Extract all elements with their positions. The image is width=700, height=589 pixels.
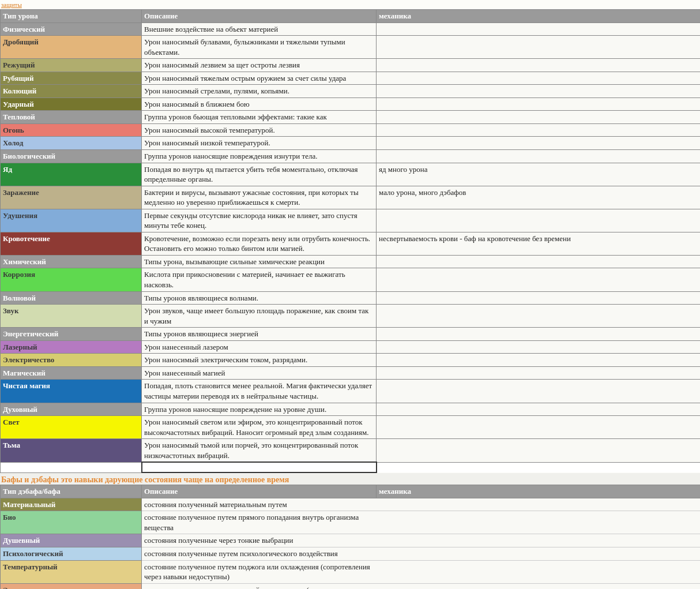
row-mech bbox=[377, 380, 701, 403]
table-row: ЗаражениеБактерии и вирусы, вызывают ужа… bbox=[1, 186, 701, 209]
top-link[interactable]: защиты bbox=[0, 0, 23, 8]
row-mech bbox=[377, 85, 701, 98]
row-mech bbox=[377, 255, 701, 268]
row-mech bbox=[377, 366, 701, 380]
row-desc: Типы урона, вызывающие сильные химически… bbox=[142, 255, 377, 268]
row-desc: Урон наносимый электрическим током, разр… bbox=[142, 354, 377, 367]
row-mech bbox=[377, 137, 701, 150]
table-row: Материальныйсостояния полученный материа… bbox=[1, 498, 701, 511]
row-mech bbox=[377, 59, 701, 72]
header2-type: Тип дэбафа/бафа bbox=[1, 485, 142, 498]
header-type: Тип урона bbox=[1, 10, 142, 23]
row-desc: Типы уронов являющиеся энергией bbox=[142, 328, 377, 341]
table-row: ХолодУрон наносимый низкой температурой. bbox=[1, 137, 701, 150]
row-mech bbox=[377, 560, 701, 583]
row-desc: Кислота при прикосновении с материей, на… bbox=[142, 268, 377, 291]
row-desc: Типы уронов являющиеся волнами. bbox=[142, 291, 377, 305]
table-row: ТепловойГруппа уронов бьющая тепловыми э… bbox=[1, 111, 701, 124]
header-mech: механика bbox=[377, 10, 701, 23]
row-label: Коррозия bbox=[1, 268, 142, 291]
damage-header-row: Тип урона Описание механика bbox=[1, 10, 701, 23]
row-desc: Урон наносимый булавами, булыжниками и т… bbox=[142, 36, 377, 59]
table-row: ФизическийВнешние воздействие на объект … bbox=[1, 22, 701, 36]
row-desc: Урон наносимый стрелами, пулями, копьями… bbox=[142, 85, 377, 98]
row-label: Холод bbox=[1, 137, 142, 150]
row-label: Физический bbox=[1, 22, 142, 36]
section2-title: Бафы и дэбафы это навыки дарующие состоя… bbox=[0, 473, 700, 485]
row-mech: мало урона, много дэбафов bbox=[377, 186, 701, 209]
row-label: Яд bbox=[1, 163, 142, 186]
row-label: Психологический bbox=[1, 547, 142, 560]
table-row: Энергосостояние полученное путем воздейс… bbox=[1, 583, 701, 589]
row-mech bbox=[377, 305, 701, 328]
row-label: Тьма bbox=[1, 439, 142, 463]
row-label: Ударный bbox=[1, 97, 142, 111]
row-desc: Группа уронов бьющая тепловыми эффектами… bbox=[142, 111, 377, 124]
row-label: Магический bbox=[1, 366, 142, 380]
row-mech bbox=[377, 22, 701, 36]
table-row: ТьмаУрон наносимый тьмой или порчей, это… bbox=[1, 439, 701, 463]
table-row: РубящийУрон наносимый тяжелым острым ору… bbox=[1, 72, 701, 85]
row-desc: Урон наносимый высокой температурой. bbox=[142, 123, 377, 137]
row-mech: несвертываемость крови - баф на кровотеч… bbox=[377, 232, 701, 255]
row-label: Биологический bbox=[1, 150, 142, 163]
row-mech bbox=[377, 72, 701, 85]
table-row: БиологическийГруппа уронов наносящие пов… bbox=[1, 150, 701, 163]
buff-table: Тип дэбафа/бафа Описание механика Матери… bbox=[0, 485, 700, 589]
row-mech bbox=[377, 498, 701, 511]
table-row: ЛазерныйУрон нанесенный лазером bbox=[1, 340, 701, 354]
row-desc: состояния полученные путем психологическ… bbox=[142, 547, 377, 560]
table-row: МагическийУрон нанесенный магией bbox=[1, 366, 701, 380]
row-label: Свет bbox=[1, 416, 142, 439]
row-mech bbox=[377, 534, 701, 547]
row-label: Тепловой bbox=[1, 111, 142, 124]
row-mech bbox=[377, 354, 701, 367]
row-desc: Бактерии и вирусы, вызывают ужасные сост… bbox=[142, 186, 377, 209]
buff-header-row: Тип дэбафа/бафа Описание механика bbox=[1, 485, 701, 498]
row-mech bbox=[377, 291, 701, 305]
row-desc: состояние полученное путем воздействия э… bbox=[142, 583, 377, 589]
row-label: Био bbox=[1, 511, 142, 534]
row-label: Рубящий bbox=[1, 72, 142, 85]
row-label: Огонь bbox=[1, 123, 142, 137]
row-mech bbox=[377, 111, 701, 124]
row-desc: Первые секунды отсутсвие кислорода никак… bbox=[142, 209, 377, 232]
row-mech bbox=[377, 150, 701, 163]
table-row: ВолновойТипы уронов являющиеся волнами. bbox=[1, 291, 701, 305]
row-desc: состояние полученное путем прямого попад… bbox=[142, 511, 377, 534]
row-mech bbox=[377, 547, 701, 560]
table-row: УдарныйУрон наносимый в ближнем бою bbox=[1, 97, 701, 111]
row-mech bbox=[377, 97, 701, 111]
row-label: Удушения bbox=[1, 209, 142, 232]
row-desc: Урон наносимый тьмой или порчей, это кон… bbox=[142, 439, 377, 463]
row-desc: Попадая, плоть становится менее реальной… bbox=[142, 380, 377, 403]
row-desc: состояние полученное путем поджога или о… bbox=[142, 560, 377, 583]
row-mech bbox=[377, 340, 701, 354]
table-row: Психологическийсостояния полученные путе… bbox=[1, 547, 701, 560]
row-mech bbox=[377, 403, 701, 416]
row-desc: Урон наносимый низкой температурой. bbox=[142, 137, 377, 150]
table-row: КолющийУрон наносимый стрелами, пулями, … bbox=[1, 85, 701, 98]
row-mech bbox=[377, 123, 701, 137]
table-row: Биосостояние полученное путем прямого по… bbox=[1, 511, 701, 534]
damage-table: Тип урона Описание механика ФизическийВн… bbox=[0, 9, 700, 473]
row-label: Чистая магия bbox=[1, 380, 142, 403]
row-desc: Урон звуков, чаще имеет большую площадь … bbox=[142, 305, 377, 328]
row-mech: яд много урона bbox=[377, 163, 701, 186]
row-label: Душевный bbox=[1, 534, 142, 547]
row-desc: Урон наносимый светом или эфиром, это ко… bbox=[142, 416, 377, 439]
row-desc: Урон наносимый лезвием за щет остроты ле… bbox=[142, 59, 377, 72]
table-row: КровотечениеКровотечение, возможно если … bbox=[1, 232, 701, 255]
table-row: ЗвукУрон звуков, чаще имеет большую площ… bbox=[1, 305, 701, 328]
row-desc: Урон нанесенный лазером bbox=[142, 340, 377, 354]
header-desc: Описание bbox=[142, 10, 377, 23]
table-row: РежущийУрон наносимый лезвием за щет ост… bbox=[1, 59, 701, 72]
row-label: Материальный bbox=[1, 498, 142, 511]
table-row: ДуховныйГруппа уронов наносящие поврежде… bbox=[1, 403, 701, 416]
table-row: ЭлектричествоУрон наносимый электрически… bbox=[1, 354, 701, 367]
table-row: ХимическийТипы урона, вызывающие сильные… bbox=[1, 255, 701, 268]
row-mech bbox=[377, 268, 701, 291]
table-row: ДробящийУрон наносимый булавами, булыжни… bbox=[1, 36, 701, 59]
row-label: Дробящий bbox=[1, 36, 142, 59]
row-desc: Урон наносимый тяжелым острым оружием за… bbox=[142, 72, 377, 85]
